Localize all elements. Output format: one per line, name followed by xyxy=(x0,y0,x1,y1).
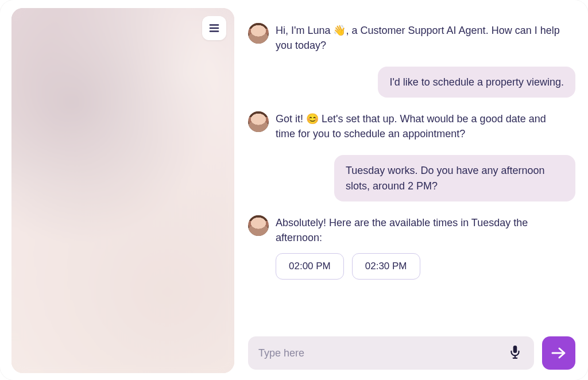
user-message-bubble: I'd like to schedule a property viewing. xyxy=(378,67,575,98)
message-input[interactable] xyxy=(258,347,506,359)
user-message-bubble: Tuesday works. Do you have any afternoon… xyxy=(334,155,575,201)
agent-avatar xyxy=(248,111,269,132)
input-container xyxy=(248,336,534,370)
time-slot-button[interactable]: 02:00 PM xyxy=(276,253,344,280)
microphone-button[interactable] xyxy=(506,342,524,365)
message-row: Got it! 😊 Let's set that up. What would … xyxy=(248,111,575,141)
arrow-right-icon xyxy=(551,347,566,359)
text-span: Hi, I'm Luna xyxy=(276,25,333,36)
smile-emoji: 😊 xyxy=(306,111,319,126)
message-row: Hi, I'm Luna 👋, a Customer Support AI Ag… xyxy=(248,23,575,53)
message-list: Hi, I'm Luna 👋, a Customer Support AI Ag… xyxy=(248,23,575,327)
agent-message-text: Absolutely! Here are the available times… xyxy=(276,215,563,245)
left-image-panel xyxy=(11,8,234,373)
chat-panel: Hi, I'm Luna 👋, a Customer Support AI Ag… xyxy=(234,0,588,380)
composer xyxy=(248,336,575,370)
svg-rect-2 xyxy=(210,30,219,32)
agent-avatar xyxy=(248,23,269,44)
send-button[interactable] xyxy=(542,336,575,370)
svg-rect-3 xyxy=(513,346,517,353)
agent-message-text: Hi, I'm Luna 👋, a Customer Support AI Ag… xyxy=(276,23,563,53)
time-slot-button[interactable]: 02:30 PM xyxy=(352,253,420,280)
hamburger-icon xyxy=(208,24,220,33)
app-window: Hi, I'm Luna 👋, a Customer Support AI Ag… xyxy=(0,0,588,380)
agent-message-block: Absolutely! Here are the available times… xyxy=(276,215,563,280)
menu-button[interactable] xyxy=(202,16,226,40)
microphone-icon xyxy=(510,346,520,359)
message-row: I'd like to schedule a property viewing. xyxy=(248,67,575,98)
message-row: Tuesday works. Do you have any afternoon… xyxy=(248,155,575,201)
time-slot-list: 02:00 PM 02:30 PM xyxy=(276,253,563,280)
svg-rect-1 xyxy=(210,28,219,29)
agent-avatar xyxy=(248,215,269,236)
text-span: Got it! xyxy=(276,113,306,125)
message-row: Absolutely! Here are the available times… xyxy=(248,215,575,280)
agent-message-text: Got it! 😊 Let's set that up. What would … xyxy=(276,111,563,141)
wave-emoji: 👋 xyxy=(333,23,346,38)
svg-rect-0 xyxy=(210,24,219,26)
